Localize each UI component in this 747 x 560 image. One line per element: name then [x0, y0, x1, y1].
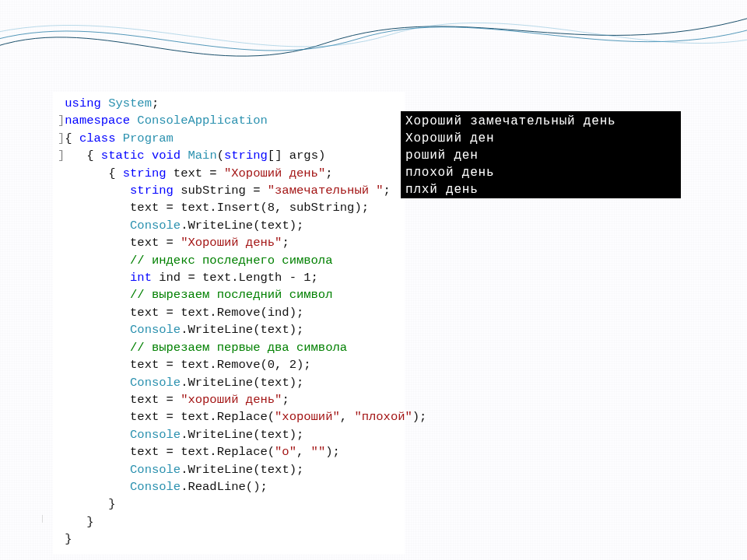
code-line: text = text.Remove(ind);: [58, 304, 400, 321]
code-line: text = "хороший день";: [58, 391, 400, 408]
console-line: роший ден: [405, 147, 681, 164]
decorative-wave: [0, 0, 747, 78]
code-line: text = "Хороший день";: [58, 234, 400, 251]
code-line: ]{ class Program: [58, 130, 400, 147]
code-line: Console.WriteLine(text);: [58, 426, 400, 443]
console-line: плхй день: [405, 181, 681, 198]
code-line: string subString = "замечательный ";: [58, 182, 400, 199]
code-editor: using System;]namespace ConsoleApplicati…: [53, 92, 405, 555]
code-line: Console.WriteLine(text);: [58, 217, 400, 234]
code-line: text = text.Insert(8, subString);: [58, 199, 400, 216]
code-line: Console.WriteLine(text);: [58, 321, 400, 338]
code-line: // вырезаем первые два символа: [58, 339, 400, 356]
code-line: text = text.Remove(0, 2);: [58, 356, 400, 373]
code-line: { string text = "Хороший день";: [58, 165, 400, 182]
console-output: Хороший замечательный деньХороший денрош…: [401, 111, 681, 198]
console-line: плохой день: [405, 164, 681, 181]
code-line: Console.WriteLine(text);: [58, 374, 400, 391]
code-line: text = text.Replace("о", "");: [58, 443, 400, 460]
code-line: Console.WriteLine(text);: [58, 461, 400, 478]
code-line: }: [58, 530, 400, 548]
code-line: using System;: [58, 95, 400, 112]
code-line: text = text.Replace("хороший", "плохой")…: [58, 408, 400, 425]
caret-marker: [42, 515, 45, 523]
code-line: }: [58, 513, 400, 530]
code-line: ]namespace ConsoleApplication: [58, 112, 400, 129]
console-line: Хороший ден: [405, 130, 681, 147]
code-line: // вырезаем последний символ: [58, 286, 400, 303]
code-line: }: [58, 495, 400, 513]
code-line: Console.ReadLine();: [58, 478, 400, 495]
code-line: ] { static void Main(string[] args): [58, 147, 400, 164]
console-line: Хороший замечательный день: [405, 113, 681, 130]
code-line: int ind = text.Length - 1;: [58, 269, 400, 286]
code-line: // индекс последнего символа: [58, 252, 400, 269]
